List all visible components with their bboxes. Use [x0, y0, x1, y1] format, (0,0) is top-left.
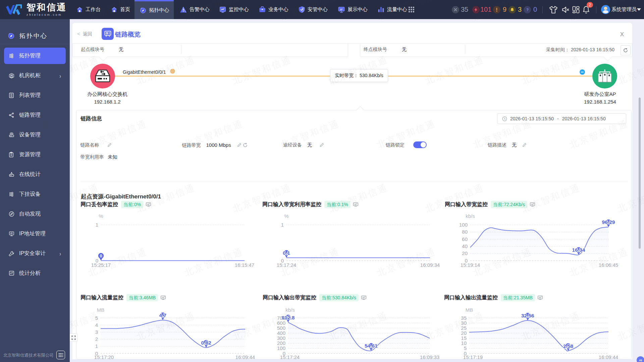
svg-text:35: 35: [461, 315, 467, 321]
svg-text:16:09:44: 16:09:44: [235, 354, 255, 359]
svg-text:16:09:33: 16:09:33: [420, 354, 439, 359]
svg-text:kb/s: kb/s: [466, 213, 475, 219]
svg-text:16:06:45: 16:06:45: [599, 262, 618, 268]
svg-text:5: 5: [95, 315, 98, 321]
svg-text:15:19:14: 15:19:14: [461, 262, 480, 268]
svg-text:2: 2: [95, 336, 98, 342]
svg-text:15:25:17: 15:25:17: [91, 262, 111, 268]
svg-text:200: 200: [277, 340, 285, 346]
svg-text:20: 20: [461, 330, 467, 336]
svg-text:30: 30: [461, 320, 467, 326]
svg-text:16.34: 16.34: [572, 247, 585, 253]
svg-text:15:17:24: 15:17:24: [280, 354, 300, 359]
svg-text:32.56: 32.56: [521, 313, 534, 318]
svg-text:600: 600: [277, 320, 285, 326]
svg-text:%: %: [99, 213, 103, 219]
svg-text:4.7: 4.7: [159, 312, 167, 318]
svg-text:?: ?: [526, 8, 529, 12]
svg-text:MB: MB: [97, 307, 105, 313]
svg-text:3: 3: [95, 329, 98, 335]
svg-text:500: 500: [277, 325, 285, 331]
svg-text:40: 40: [462, 243, 468, 249]
svg-text:0: 0: [100, 253, 102, 258]
svg-text:5: 5: [464, 345, 467, 351]
svg-text:10: 10: [461, 340, 467, 346]
svg-text:kb/s: kb/s: [285, 307, 295, 313]
svg-text:300: 300: [277, 335, 285, 341]
svg-text:15:17:19: 15:17:19: [463, 354, 483, 359]
svg-text:4: 4: [95, 322, 98, 328]
svg-text:20: 20: [462, 250, 468, 256]
svg-text:60: 60: [462, 236, 468, 242]
svg-text:0.82: 0.82: [201, 340, 211, 346]
svg-text:%: %: [284, 213, 288, 219]
svg-text:2.58: 2.58: [563, 343, 574, 349]
svg-text:54.61: 54.61: [365, 343, 378, 349]
svg-text:25: 25: [461, 325, 467, 331]
svg-text:100: 100: [459, 222, 468, 228]
svg-text:15:17:20: 15:17:20: [94, 354, 114, 359]
svg-text:400: 400: [277, 330, 285, 336]
svg-text:16:09:34: 16:09:34: [420, 262, 440, 268]
svg-text:MB: MB: [466, 307, 473, 313]
svg-text:80: 80: [462, 229, 468, 235]
svg-text:700: 700: [277, 315, 285, 321]
svg-text:1: 1: [95, 343, 98, 349]
svg-text:100: 100: [277, 345, 285, 351]
svg-text:0.1: 0.1: [283, 250, 290, 256]
svg-text:15:17:24: 15:17:24: [277, 262, 296, 268]
svg-text:15: 15: [461, 335, 467, 341]
svg-text:16:09:44: 16:09:44: [599, 354, 618, 359]
svg-text:16:15:47: 16:15:47: [235, 262, 254, 268]
svg-text:1: 1: [281, 222, 284, 228]
svg-text:1: 1: [96, 222, 98, 228]
svg-text:96.29: 96.29: [602, 219, 615, 225]
